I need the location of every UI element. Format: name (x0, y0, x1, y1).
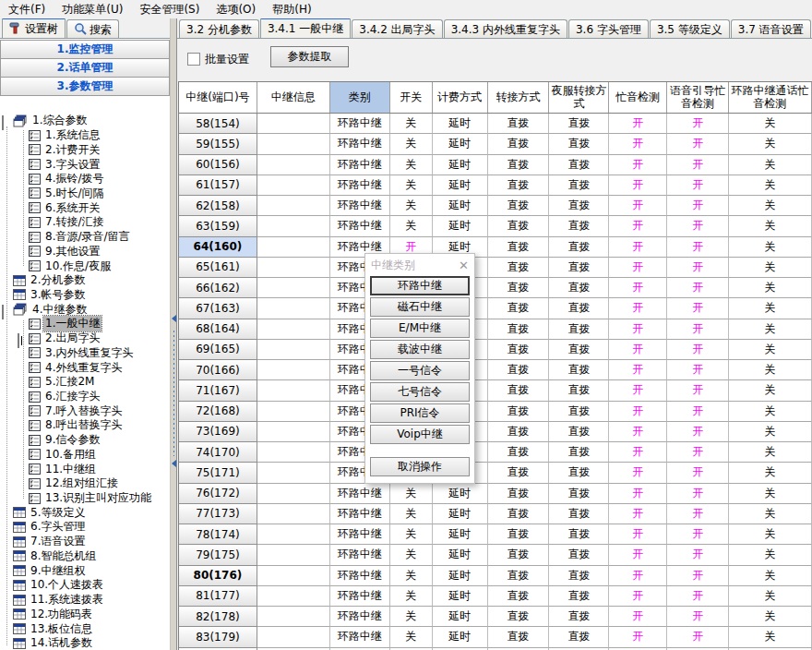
table-cell[interactable] (257, 237, 330, 258)
table-cell[interactable]: 关 (729, 155, 812, 175)
nav-button[interactable]: 2.话单管理 (0, 58, 170, 78)
table-cell[interactable] (257, 627, 330, 647)
tree-item[interactable]: 4.振铃/拨号 (0, 172, 170, 187)
splitter-collapse-arrow-icon[interactable] (172, 315, 176, 322)
table-cell[interactable]: 直拨 (549, 380, 609, 401)
minus-expand-box[interactable] (2, 116, 10, 125)
tree-item[interactable]: 9.信令参数 (0, 433, 170, 448)
table-cell[interactable]: 直拨 (488, 319, 550, 340)
table-cell[interactable]: 关 (729, 422, 812, 442)
table-cell[interactable]: 开 (609, 278, 667, 298)
table-cell[interactable]: 开 (609, 380, 667, 401)
table-cell[interactable]: 直拨 (488, 340, 550, 360)
column-header[interactable]: 中继信息 (257, 82, 330, 113)
table-cell[interactable]: 开 (609, 627, 667, 647)
row-header-cell[interactable]: 68(164) (179, 319, 257, 340)
tree-item[interactable]: 1.综合参数 (0, 114, 170, 128)
table-cell[interactable]: 开 (609, 442, 667, 463)
table-cell[interactable]: 直拨 (488, 463, 550, 483)
table-cell[interactable]: 开 (609, 175, 667, 196)
table-cell[interactable]: 关 (729, 196, 812, 216)
tree-item[interactable]: 12.组对组汇接 (0, 476, 170, 491)
table-cell[interactable]: 直拨 (549, 175, 609, 196)
table-cell[interactable] (257, 175, 330, 196)
tree-item[interactable]: 2.计费开关 (0, 142, 170, 157)
table-cell[interactable]: 延时 (433, 586, 488, 607)
trunk-type-option-button[interactable]: Voip中继 (370, 425, 470, 444)
table-cell[interactable]: 直拨 (549, 134, 609, 154)
row-header-cell[interactable]: 79(175) (179, 545, 257, 565)
table-cell[interactable] (257, 566, 330, 586)
table-cell[interactable]: 直拨 (488, 196, 550, 216)
main-tab[interactable]: 3.2 分机参数 (179, 19, 259, 39)
table-cell[interactable]: 关 (729, 360, 812, 380)
table-cell[interactable]: 关 (390, 134, 433, 154)
table-cell[interactable]: 直拨 (488, 422, 550, 442)
column-header[interactable]: 转接方式 (488, 82, 550, 113)
table-cell[interactable]: 直拨 (549, 216, 609, 236)
table-cell[interactable] (257, 463, 330, 483)
table-cell[interactable] (257, 258, 330, 278)
table-cell[interactable]: 开 (609, 607, 667, 627)
column-header[interactable]: 开关 (390, 82, 433, 113)
table-cell[interactable]: 开 (667, 340, 729, 360)
tree-item[interactable]: 8.智能总机组 (0, 549, 170, 564)
table-cell[interactable]: 直拨 (549, 566, 609, 586)
tree-item[interactable]: 4.外线重复字头 (0, 360, 170, 375)
table-cell[interactable]: 直拨 (488, 360, 550, 380)
table-cell[interactable]: 环路中继 (330, 566, 390, 586)
table-cell[interactable] (257, 422, 330, 442)
row-header-cell[interactable]: 62(158) (179, 196, 257, 216)
menu-item[interactable]: 功能菜单(U) (54, 0, 131, 18)
table-cell[interactable]: 直拨 (549, 545, 609, 565)
row-header-cell[interactable]: 67(163) (179, 298, 257, 319)
row-header-cell[interactable]: 81(177) (179, 586, 257, 607)
tree-item[interactable]: 7.语音设置 (0, 535, 170, 549)
table-cell[interactable]: 开 (667, 258, 729, 278)
menu-item[interactable]: 帮助(H) (264, 0, 319, 18)
extract-params-button[interactable]: 参数提取 (270, 46, 349, 67)
table-cell[interactable] (257, 524, 330, 545)
table-cell[interactable]: 直拨 (488, 175, 550, 196)
tree-item[interactable]: 1.一般中继 (0, 317, 170, 331)
trunk-type-option-button[interactable]: E/M中继 (370, 319, 470, 338)
table-cell[interactable]: 开 (609, 237, 667, 258)
table-cell[interactable]: 开 (667, 278, 729, 298)
menu-item[interactable]: 文件(F) (0, 0, 54, 18)
trunk-type-option-button[interactable]: 七号信令 (370, 382, 470, 402)
table-cell[interactable]: 直拨 (549, 402, 609, 422)
table-cell[interactable] (257, 402, 330, 422)
tree-item[interactable]: 3.字头设置 (0, 157, 170, 172)
table-cell[interactable] (257, 216, 330, 236)
table-cell[interactable]: 直拨 (488, 278, 550, 298)
trunk-type-option-button[interactable]: 环路中继 (370, 276, 470, 295)
table-cell[interactable] (257, 155, 330, 175)
table-cell[interactable]: 直拨 (549, 278, 609, 298)
trunk-type-option-button[interactable]: 一号信令 (370, 361, 470, 380)
tab-搜索[interactable]: 搜索 (66, 19, 119, 39)
row-header-cell[interactable]: 63(159) (179, 216, 257, 236)
tree-item[interactable]: 4.中继参数 (0, 302, 170, 317)
table-cell[interactable]: 关 (729, 524, 812, 545)
row-header-cell[interactable]: 80(176) (179, 566, 257, 586)
table-cell[interactable]: 开 (667, 380, 729, 401)
table-cell[interactable]: 关 (729, 278, 812, 298)
tree-item[interactable]: 10.备用组 (0, 448, 170, 463)
table-cell[interactable]: 延时 (433, 566, 488, 586)
table-cell[interactable]: 延时 (433, 114, 488, 134)
row-header-cell[interactable]: 58(154) (179, 114, 257, 134)
table-cell[interactable]: 开 (667, 360, 729, 380)
nav-button[interactable]: 3.参数管理 (0, 77, 170, 96)
main-tab[interactable]: 3.5 等级定义 (650, 19, 730, 39)
table-cell[interactable] (257, 319, 330, 340)
table-cell[interactable]: 关 (390, 566, 433, 586)
tree-item[interactable]: 8.音源/录音/留言 (0, 230, 170, 245)
column-header[interactable]: 夜服转接方式 (549, 82, 609, 113)
table-cell[interactable]: 开 (609, 216, 667, 236)
table-cell[interactable]: 开 (609, 340, 667, 360)
table-cell[interactable]: 直拨 (488, 237, 550, 258)
table-cell[interactable]: 延时 (433, 175, 488, 196)
table-cell[interactable]: 环路中继 (330, 134, 390, 154)
table-cell[interactable] (257, 114, 330, 134)
row-header-cell[interactable]: 82(178) (179, 607, 257, 627)
